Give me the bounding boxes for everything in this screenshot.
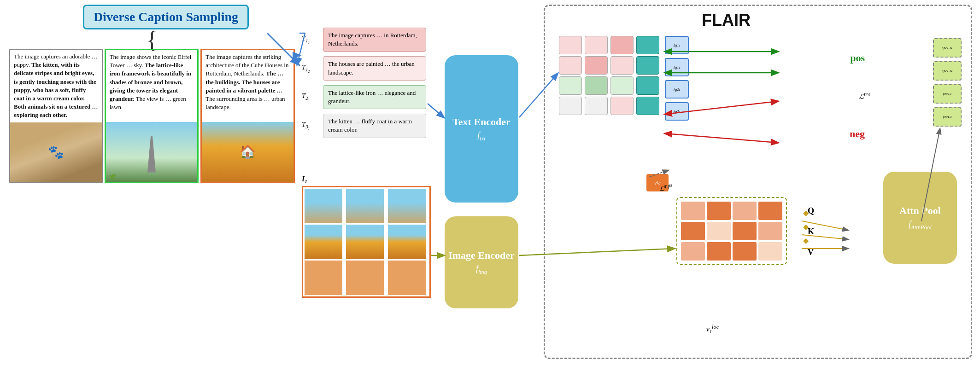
v-diamond: ◆: [803, 236, 809, 245]
tc-r3c3: [610, 76, 634, 95]
eiffel-image: 🌿: [106, 122, 198, 182]
caption-card-3: The image captures the striking architec…: [200, 49, 295, 183]
text-encoder-subtitle: ftxt: [477, 131, 486, 142]
if-c3r3: [733, 242, 757, 261]
image-encoder-subtitle: fimg: [476, 264, 487, 276]
grid-cell-8: [346, 261, 384, 295]
i1-label: I1: [302, 175, 431, 184]
if-c1r4: [758, 202, 782, 220]
puppy-image: 🐾: [10, 122, 102, 182]
cap-label-3: T21: [302, 92, 319, 102]
tg-2: tg1₂: [665, 58, 689, 76]
q-diamond: ◆: [803, 209, 809, 217]
caption-box-1: The image captures … in Rotterdam, Nethe…: [323, 28, 426, 52]
caption-row-3: T21 The lattice-like iron … elegance and…: [302, 85, 426, 109]
tc-r4c4: [636, 97, 659, 115]
if-c2r4: [758, 222, 782, 240]
tc-r1c1: [559, 36, 582, 54]
grid-cell-2: [346, 189, 384, 223]
caption-box-2: The houses are painted … the urban lands…: [323, 56, 426, 80]
tc-r2c4: [636, 56, 659, 75]
q-label: Q: [808, 206, 814, 216]
dcs-title-box: Diverse Caption Sampling: [83, 5, 249, 29]
card-text-3: The image captures the striking architec…: [202, 50, 293, 122]
attn-pool: Attn Pool fAttnPool: [883, 172, 957, 264]
attn-pool-subtitle: fAttnPool: [909, 220, 932, 231]
caption-card-2: The image shows the iconic Eiffel Tower …: [105, 49, 199, 183]
tc-r3c4: [636, 76, 659, 95]
pos-label: pos: [850, 52, 865, 64]
text-encoder-title: Text Encoder: [452, 116, 511, 128]
img-feature-grid: [681, 202, 782, 261]
cap-label-2: T12: [302, 64, 319, 74]
caption-box-4: The kitten … fluffy coat in a warm cream…: [323, 114, 426, 138]
flair-title: FLAIR: [702, 11, 751, 30]
vtc-1: vtc1,1₁: [933, 38, 962, 58]
tc-r3c2: [585, 76, 608, 95]
dcs-panel: Diverse Caption Sampling { The image cap…: [9, 5, 295, 183]
tc-r1c2: [585, 36, 608, 54]
img-feature-grid-wrap: [676, 197, 787, 265]
vtc-4: vtc1,3: [933, 107, 962, 127]
grid-cell-6: [388, 225, 426, 259]
qkv-labels: Q K V: [808, 206, 814, 257]
attn-pool-title: Attn Pool: [899, 205, 941, 217]
tc-r3c1: [559, 76, 582, 95]
caption-box-3: The lattice-like iron … elegance and gra…: [323, 85, 426, 109]
brace-decoration: {: [9, 34, 295, 46]
if-c3r4: [758, 242, 782, 261]
dcs-title: Diverse Caption Sampling: [94, 10, 238, 24]
tc-r2c1: [559, 56, 582, 75]
loss-mps: ℒmps: [659, 182, 674, 193]
card-text-2: The image shows the iconic Eiffel Tower …: [106, 50, 198, 122]
caption-cards-row: The image captures an adorable … puppy. …: [9, 49, 295, 183]
if-c3r2: [707, 242, 731, 261]
caption-row-2: T12 The houses are painted … the urban l…: [302, 56, 426, 80]
if-c2r2: [707, 222, 731, 240]
vtc-3: vtc2,1: [933, 84, 962, 104]
cap-label-4: T31: [302, 121, 319, 131]
svg-line-4: [428, 104, 444, 117]
image-grid-section: I1: [302, 175, 431, 298]
tc-r1c4: [636, 36, 659, 54]
image-grid: [302, 186, 431, 298]
v-label: V: [808, 248, 814, 257]
if-c3r1: [681, 242, 705, 261]
grid-cell-4: [305, 225, 342, 259]
vtc-column: vtc1,1₁ vtc1,1₂ vtc2,1 vtc1,3: [933, 38, 962, 127]
neg-label: neg: [850, 128, 865, 140]
text-encoder: Text Encoder ftxt: [445, 55, 518, 203]
vloc-label: v1loc: [706, 324, 719, 334]
tc-r2c3: [610, 56, 634, 75]
tc-r4c3: [610, 97, 634, 115]
tg-4: tg3₁: [665, 102, 689, 121]
caption-row-4: T31 The kitten … fluffy coat in a warm c…: [302, 114, 426, 138]
tc-r1c3: [610, 36, 634, 54]
tc-r2c2: [585, 56, 608, 75]
caption-row-1: T11 The image captures … in Rotterdam, N…: [302, 28, 426, 52]
image-encoder: Image Encoder fimg: [445, 216, 518, 308]
loss-tcs: ℒtcs: [859, 91, 870, 101]
cube-houses-image: 🏠: [202, 122, 293, 182]
k-diamond: ◆: [803, 222, 809, 231]
curly-brace: {: [147, 34, 158, 46]
tg-labels: tg1₁ tg1₂ tg2₁ tg3₁: [665, 36, 689, 121]
flair-panel: FLAIR t: [544, 5, 972, 359]
image-encoder-title: Image Encoder: [448, 249, 515, 261]
if-c1r1: [681, 202, 705, 220]
cap-label-1: T11: [302, 35, 319, 45]
tc-r4c1: [559, 97, 582, 115]
grid-cell-5: [346, 225, 384, 259]
if-c1r2: [707, 202, 731, 220]
grid-cell-7: [305, 261, 342, 295]
if-c2r1: [681, 222, 705, 240]
k-label: K: [808, 227, 814, 237]
caption-list: T11 The image captures … in Rotterdam, N…: [302, 28, 426, 143]
tg-3: tg2₁: [665, 80, 689, 98]
grid-cell-3: [388, 189, 426, 223]
caption-card-1: The image captures an adorable … puppy. …: [9, 49, 103, 183]
tg-1: tg1₁: [665, 36, 689, 54]
tc-r4c2: [585, 97, 608, 115]
grid-cell-1: [305, 189, 342, 223]
card-text-1: The image captures an adorable … puppy. …: [10, 50, 102, 122]
